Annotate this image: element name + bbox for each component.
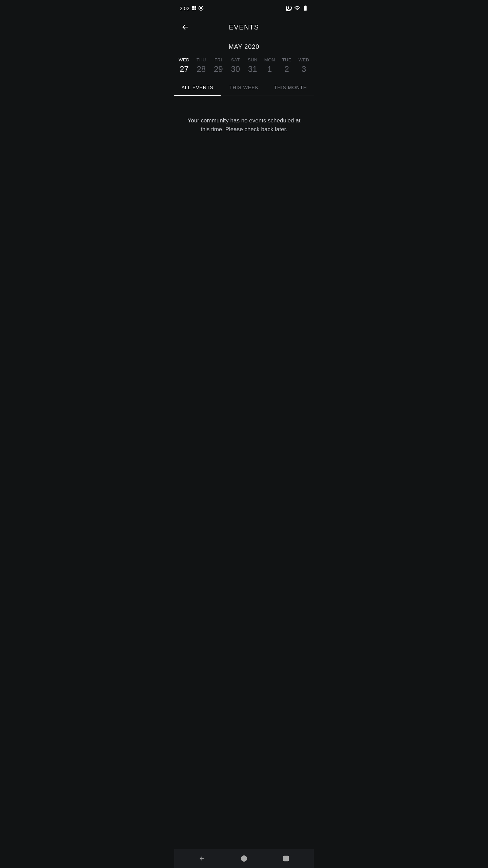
calendar-day-fri29[interactable]: FRI 29: [210, 57, 227, 74]
svg-rect-0: [192, 6, 194, 8]
svg-point-5: [200, 7, 202, 9]
app-icon-2: [198, 5, 204, 11]
month-label: MAY 2020: [174, 38, 314, 55]
nav-back-button[interactable]: [190, 852, 214, 865]
empty-state-message: Your community has no events scheduled a…: [185, 116, 303, 134]
day-number-3: 30: [231, 64, 240, 74]
day-name-6: TUE: [282, 57, 292, 62]
app-icon-1: [191, 5, 197, 11]
wifi-icon: [294, 5, 300, 11]
tab-this-month[interactable]: THIS MONTH: [267, 79, 314, 96]
nav-recent-button[interactable]: [274, 852, 298, 865]
day-number-1: 28: [197, 64, 206, 74]
mute-icon: [286, 5, 292, 11]
day-number-0: 27: [180, 64, 189, 74]
header: EVENTS: [174, 16, 314, 38]
day-name-5: MON: [264, 57, 275, 62]
page-title: EVENTS: [229, 23, 259, 31]
tab-all-events[interactable]: ALL EVENTS: [174, 79, 221, 96]
nav-home-button[interactable]: [232, 852, 256, 865]
day-number-2: 29: [214, 64, 223, 74]
status-left: 2:02: [180, 5, 204, 11]
recent-nav-icon: [283, 855, 289, 862]
status-bar: 2:02: [174, 0, 314, 16]
calendar-day-sun31[interactable]: SUN 31: [244, 57, 261, 74]
status-right: [286, 5, 308, 11]
tab-this-week[interactable]: THIS WEEK: [221, 79, 267, 96]
day-name-3: SAT: [231, 57, 240, 62]
calendar-day-sat30[interactable]: SAT 30: [227, 57, 244, 74]
day-number-5: 1: [267, 64, 272, 74]
status-time: 2:02: [180, 5, 189, 11]
calendar-strip: WED 27 THU 28 FRI 29 SAT 30 SUN 31 MON 1…: [174, 55, 314, 79]
battery-icon: [302, 5, 308, 11]
calendar-day-tue2[interactable]: TUE 2: [278, 57, 296, 74]
calendar-day-wed27[interactable]: WED 27: [176, 57, 193, 74]
day-number-4: 31: [248, 64, 257, 74]
back-button[interactable]: [180, 22, 190, 33]
back-nav-icon: [199, 855, 205, 862]
back-arrow-icon: [181, 23, 189, 31]
svg-rect-2: [192, 8, 194, 10]
empty-state: Your community has no events scheduled a…: [174, 96, 314, 849]
home-nav-icon: [240, 855, 248, 862]
day-name-1: THU: [197, 57, 206, 62]
calendar-day-mon1[interactable]: MON 1: [261, 57, 279, 74]
svg-rect-3: [195, 8, 196, 10]
day-name-7: WED: [299, 57, 309, 62]
day-number-6: 2: [285, 64, 289, 74]
svg-rect-8: [284, 856, 289, 861]
day-name-4: SUN: [248, 57, 258, 62]
svg-rect-1: [195, 6, 196, 8]
calendar-day-thu28[interactable]: THU 28: [193, 57, 210, 74]
tabs-container: ALL EVENTS THIS WEEK THIS MONTH: [174, 79, 314, 96]
day-number-7: 3: [302, 64, 306, 74]
calendar-day-wed3[interactable]: WED 3: [296, 57, 313, 74]
status-notification-icons: [191, 5, 204, 11]
day-name-2: FRI: [215, 57, 222, 62]
bottom-nav: [174, 849, 314, 868]
svg-point-7: [243, 857, 245, 860]
day-name-0: WED: [179, 57, 189, 62]
